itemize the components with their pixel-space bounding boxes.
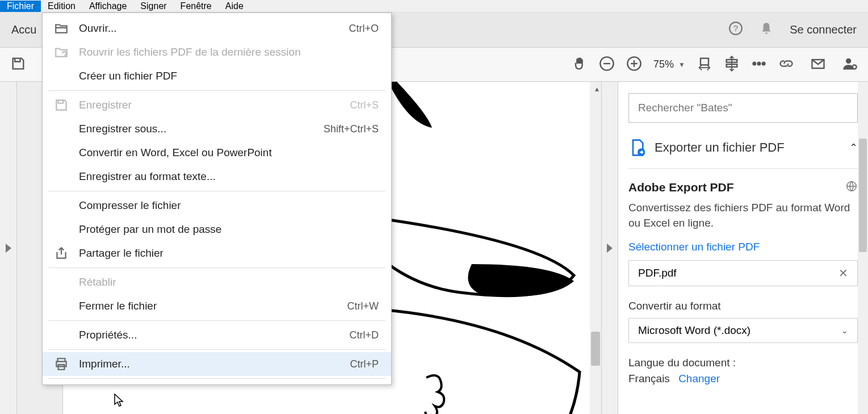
menu-signer[interactable]: Signer [133,1,173,12]
fit-width-icon[interactable] [697,56,712,74]
svg-point-12 [762,62,765,65]
expand-left-icon [6,244,11,253]
export-title: Adobe Export PDF [628,181,734,194]
select-file-link[interactable]: Sélectionner un fichier PDF [628,241,858,253]
menu-separator [48,267,385,268]
menu-reopen-label: Rouvrir les fichiers PDF de la dernière … [79,46,379,58]
folder-open-icon [53,21,70,36]
menu-savetext-label: Enregistrer au format texte... [79,170,379,183]
menu-separator [48,378,385,379]
menu-print[interactable]: Imprimer... Ctrl+P [43,352,391,376]
scroll-mode-icon[interactable] [724,56,740,74]
remove-file-icon[interactable]: ✕ [838,266,848,280]
scroll-thumb[interactable] [591,332,600,366]
selected-file-name: PDF.pdf [638,267,677,279]
menu-close[interactable]: Fermer le fichier Ctrl+W [43,294,391,318]
panel-scrollbar[interactable] [858,82,868,414]
export-pdf-icon [628,139,647,157]
menu-close-label: Fermer le fichier [79,300,338,312]
convert-to-label: Convertir au format [628,300,858,312]
language-value: Français [628,373,670,384]
menu-affichage[interactable]: Affichage [82,1,133,12]
menu-properties-shortcut: Ctrl+D [349,329,379,341]
more-icon[interactable] [751,56,767,74]
bell-icon[interactable] [759,21,774,39]
menu-restore: Rétablir [43,270,391,294]
printer-icon [53,357,70,371]
search-input[interactable] [628,93,858,123]
zoom-caret-icon: ▼ [678,61,685,69]
chevron-up-icon: ⌃ [849,141,858,154]
web-icon[interactable] [845,180,858,195]
menu-edition[interactable]: Edition [41,1,82,12]
menu-fenetre[interactable]: Fenêtre [174,1,219,12]
svg-text:?: ? [733,23,738,33]
menu-separator [48,320,385,321]
home-tab[interactable]: Accu [11,23,36,36]
language-label: Langue du document : [628,357,858,369]
export-section-header[interactable]: Exporter un fichier PDF ⌃ [628,139,858,157]
menu-save-label: Enregistrer [79,99,341,111]
svg-point-14 [846,58,851,63]
export-section-title: Exporter un fichier PDF [655,140,841,155]
menu-print-label: Imprimer... [79,358,341,370]
menu-create-pdf[interactable]: Créer un fichier PDF [43,64,391,88]
format-value: Microsoft Word (*.docx) [638,324,750,337]
mail-icon[interactable] [810,56,826,74]
export-description: Convertissez des fichiers PDF au format … [628,200,858,231]
expand-right-icon [607,244,613,253]
save-icon[interactable] [10,56,26,74]
menu-protect[interactable]: Protéger par un mot de passe [43,218,391,241]
selected-file-row: PDF.pdf ✕ [628,260,858,286]
menu-saveas[interactable]: Enregistrer sous... Shift+Ctrl+S [43,117,391,141]
menu-print-shortcut: Ctrl+P [350,358,379,370]
zoom-in-icon[interactable] [626,56,642,74]
menu-open-label: Ouvrir... [79,22,339,35]
menu-convert[interactable]: Convertir en Word, Excel ou PowerPoint [43,141,391,165]
menu-open[interactable]: Ouvrir... Ctrl+O [43,16,391,40]
export-block: Adobe Export PDF Convertissez des fichie… [628,168,858,385]
zoom-out-icon[interactable] [599,56,615,74]
menubar: Fichier Edition Affichage Signer Fenêtre… [0,0,868,12]
add-user-icon[interactable] [842,56,858,74]
menu-fichier[interactable]: Fichier [0,1,41,12]
link-icon[interactable] [778,56,794,74]
file-menu-dropdown: Ouvrir... Ctrl+O Rouvrir les fichiers PD… [42,12,392,385]
right-panel: Exporter un fichier PDF ⌃ Adobe Export P… [618,82,868,414]
menu-create-label: Créer un fichier PDF [79,70,379,82]
menu-convert-label: Convertir en Word, Excel ou PowerPoint [79,147,379,159]
menu-share[interactable]: Partager le fichier [43,241,391,265]
menu-separator [48,191,385,191]
menu-properties[interactable]: Propriétés... Ctrl+D [43,323,391,347]
mid-rail[interactable] [601,82,618,414]
svg-point-10 [753,62,756,65]
menu-compress[interactable]: Compresser le fichier [43,194,391,218]
chevron-down-icon: ⌄ [841,326,848,335]
language-change-link[interactable]: Changer [678,373,720,384]
menu-close-shortcut: Ctrl+W [347,300,379,312]
svg-point-11 [758,62,761,65]
help-icon[interactable]: ? [728,21,743,39]
language-row: Français Changer [628,373,858,385]
format-select[interactable]: Microsoft Word (*.docx) ⌄ [628,318,858,343]
scroll-up-icon: ▴ [595,84,599,93]
zoom-level[interactable]: 75% ▼ [653,58,685,70]
signin-button[interactable]: Se connecter [790,23,857,36]
menu-saveas-label: Enregistrer sous... [79,123,315,135]
hand-icon[interactable] [572,56,588,74]
save-disk-icon [53,98,70,112]
menu-properties-label: Propriétés... [79,329,340,341]
menu-separator [48,349,385,350]
zoom-value: 75% [653,58,674,70]
menu-compress-label: Compresser le fichier [79,199,379,212]
menu-protect-label: Protéger par un mot de passe [79,223,379,236]
menu-savetext[interactable]: Enregistrer au format texte... [43,165,391,189]
menu-separator [48,90,385,91]
menu-restore-label: Rétablir [79,276,379,288]
menu-aide[interactable]: Aide [219,1,250,12]
left-rail[interactable] [0,82,17,414]
folder-reload-icon [53,45,70,60]
vertical-scrollbar[interactable]: ▴ [590,82,601,414]
share-icon [53,246,70,261]
panel-scroll-thumb[interactable] [859,139,867,252]
